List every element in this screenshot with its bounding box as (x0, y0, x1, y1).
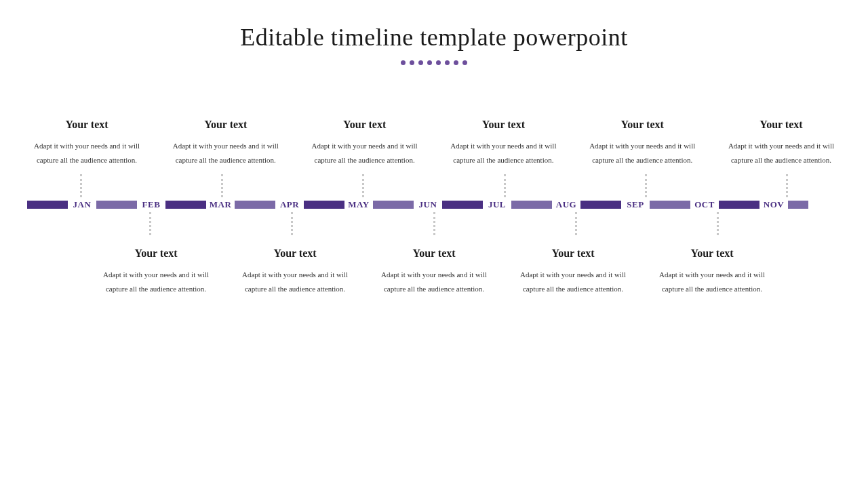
month-label: MAR (206, 199, 235, 210)
axis-segment (442, 201, 483, 209)
axis-segment (235, 201, 275, 209)
entry-body: Adapt it with your needs and it will cap… (512, 268, 634, 296)
axis-segment (650, 201, 690, 209)
title-decorative-dots (0, 56, 868, 68)
timeline-entry: Your text Adapt it with your needs and i… (304, 119, 426, 167)
axis-segment (788, 201, 808, 209)
entry-body: Adapt it with your needs and it will cap… (165, 139, 287, 167)
month-label: SEP (621, 199, 650, 210)
month-label: OCT (690, 199, 719, 210)
entry-title: Your text (95, 247, 217, 260)
month-label: JUL (483, 199, 511, 210)
entry-title: Your text (234, 247, 356, 260)
bottom-connectors (0, 212, 868, 235)
connector-line (717, 212, 719, 235)
axis-segment (511, 201, 552, 209)
connector-line (291, 212, 293, 235)
axis-segment (719, 201, 760, 209)
axis-segment (165, 201, 206, 209)
bottom-entries: Your text Adapt it with your needs and i… (0, 247, 868, 296)
month-label: JAN (68, 199, 96, 210)
axis-segment (373, 201, 414, 209)
entry-title: Your text (165, 119, 287, 131)
entry-body: Adapt it with your needs and it will cap… (442, 139, 564, 167)
connector-line (433, 212, 435, 235)
month-label: NOV (760, 199, 788, 210)
month-label: FEB (137, 199, 165, 210)
timeline-entry: Your text Adapt it with your needs and i… (581, 119, 703, 167)
entry-body: Adapt it with your needs and it will cap… (581, 139, 703, 167)
entry-title: Your text (651, 247, 773, 260)
timeline-entry: Your text Adapt it with your needs and i… (95, 247, 217, 296)
entry-title: Your text (442, 119, 564, 131)
entry-body: Adapt it with your needs and it will cap… (234, 268, 356, 296)
connector-line (80, 174, 82, 197)
entry-body: Adapt it with your needs and it will cap… (651, 268, 773, 296)
connector-line (149, 212, 151, 235)
entry-title: Your text (720, 119, 842, 131)
axis-segment (27, 201, 68, 209)
timeline-entry: Your text Adapt it with your needs and i… (234, 247, 356, 296)
timeline-entry: Your text Adapt it with your needs and i… (512, 247, 634, 296)
timeline-entry: Your text Adapt it with your needs and i… (165, 119, 287, 167)
top-entries: Your text Adapt it with your needs and i… (0, 119, 868, 167)
connector-line (786, 174, 788, 197)
timeline-entry: Your text Adapt it with your needs and i… (442, 119, 564, 167)
timeline-entry: Your text Adapt it with your needs and i… (651, 247, 773, 296)
entry-title: Your text (304, 119, 426, 131)
month-axis: JAN FEB MAR APR MAY JUN JUL AUG SEP OCT … (0, 199, 868, 211)
entry-title: Your text (373, 247, 495, 260)
timeline-entry: Your text Adapt it with your needs and i… (373, 247, 495, 296)
connector-line (362, 174, 364, 197)
entry-title: Your text (26, 119, 148, 131)
entry-body: Adapt it with your needs and it will cap… (26, 139, 148, 167)
month-label: AUG (552, 199, 580, 210)
entry-body: Adapt it with your needs and it will cap… (720, 139, 842, 167)
entry-body: Adapt it with your needs and it will cap… (304, 139, 426, 167)
top-connectors (0, 174, 868, 197)
axis-segment (304, 201, 344, 209)
month-label: MAY (344, 199, 373, 210)
entry-body: Adapt it with your needs and it will cap… (95, 268, 217, 296)
connector-line (575, 212, 577, 235)
timeline: Your text Adapt it with your needs and i… (0, 119, 868, 296)
month-label: APR (275, 199, 304, 210)
entry-body: Adapt it with your needs and it will cap… (373, 268, 495, 296)
month-label: JUN (414, 199, 442, 210)
slide-title: Editable timeline template powerpoint (0, 0, 868, 52)
axis-segment (580, 201, 621, 209)
connector-line (221, 174, 223, 197)
connector-line (645, 174, 647, 197)
connector-line (504, 174, 506, 197)
axis-segment (96, 201, 137, 209)
entry-title: Your text (581, 119, 703, 131)
timeline-entry: Your text Adapt it with your needs and i… (26, 119, 148, 167)
entry-title: Your text (512, 247, 634, 260)
timeline-entry: Your text Adapt it with your needs and i… (720, 119, 842, 167)
